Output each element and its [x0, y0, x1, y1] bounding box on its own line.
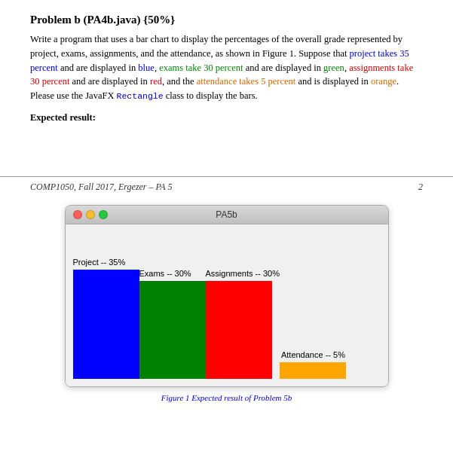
project-bar — [73, 270, 139, 379]
mac-window: PA5b Project -- 35% Exams -- 30% — [65, 205, 389, 387]
mac-titlebar: PA5b — [66, 206, 388, 224]
attendance-label: Attendance -- 5% — [281, 350, 345, 359]
project-bar-group: Project -- 35% — [73, 258, 139, 379]
attendance-bar — [280, 362, 346, 379]
figure-caption: Figure 1 Expected result of Problem 5b — [161, 393, 292, 402]
green-label: green — [323, 63, 344, 73]
exams-bar — [139, 281, 206, 379]
mac-close-button[interactable] — [73, 210, 82, 219]
red-label: red — [150, 76, 162, 87]
exams-text: exams take 30 percent — [159, 63, 243, 73]
rectangle-class: Rectangle — [117, 91, 164, 101]
problem-title: Problem b (PA4b.java) {50%} — [30, 14, 423, 26]
blue-label: blue — [138, 63, 155, 73]
footer-left: COMP1050, Fall 2017, Ergezer – PA 5 — [30, 182, 172, 193]
mac-window-buttons — [73, 210, 108, 219]
assignments-label: Assignments -- 30% — [206, 269, 280, 278]
orange-label: orange — [371, 76, 396, 87]
mac-content: Project -- 35% Exams -- 30% Assignments … — [66, 224, 388, 386]
exams-label: Exams -- 30% — [139, 269, 191, 278]
mac-maximize-button[interactable] — [99, 210, 108, 219]
attendance-bar-group: Attendance -- 5% — [280, 362, 346, 379]
problem-description: Write a program that uses a bar chart to… — [30, 32, 423, 103]
project-label: Project -- 35% — [73, 258, 126, 267]
footer: COMP1050, Fall 2017, Ergezer – PA 5 2 — [0, 177, 453, 197]
expected-result-label: Expected result: — [30, 112, 423, 124]
window-title: PA5b — [216, 209, 237, 220]
assignments-bar — [206, 281, 272, 379]
assignments-bar-group: Assignments -- 30% — [206, 269, 280, 379]
page-top: Problem b (PA4b.java) {50%} Write a prog… — [0, 0, 453, 131]
footer-right: 2 — [418, 182, 423, 193]
attendance-text: attendance takes 5 percent — [197, 76, 296, 87]
bar-chart: Project -- 35% Exams -- 30% Assignments … — [73, 232, 381, 379]
mac-minimize-button[interactable] — [86, 210, 95, 219]
exams-bar-group: Exams -- 30% — [139, 269, 206, 379]
page-bottom: PA5b Project -- 35% Exams -- 30% — [0, 197, 453, 410]
